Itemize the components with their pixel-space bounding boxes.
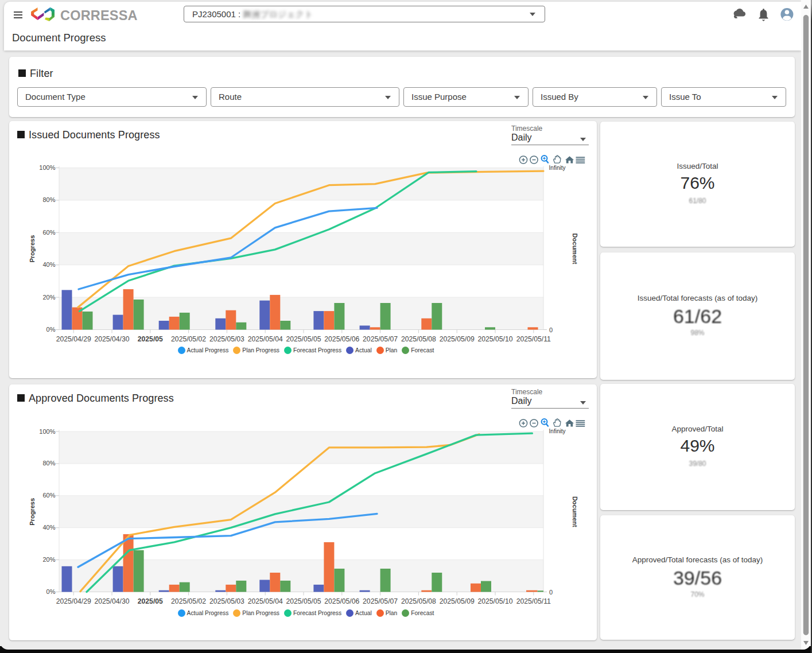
svg-text:2025/04/30: 2025/04/30 [95, 335, 130, 343]
svg-text:2025/05/10: 2025/05/10 [478, 597, 513, 605]
svg-text:2025/05/11: 2025/05/11 [516, 335, 551, 343]
svg-text:80%: 80% [42, 196, 55, 203]
svg-text:20%: 20% [42, 556, 55, 563]
svg-text:2025/05/02: 2025/05/02 [171, 335, 206, 343]
svg-text:40%: 40% [42, 524, 55, 531]
svg-text:60%: 60% [42, 492, 55, 499]
svg-text:2025/05: 2025/05 [138, 597, 163, 605]
svg-text:2025/05/07: 2025/05/07 [363, 335, 398, 343]
svg-text:2025/05/08: 2025/05/08 [401, 597, 436, 605]
svg-text:Progress: Progress [29, 235, 36, 263]
svg-text:0%: 0% [46, 326, 56, 333]
svg-text:2025/05/04: 2025/05/04 [248, 597, 283, 605]
svg-text:Document: Document [572, 496, 578, 527]
svg-text:2025/05/04: 2025/05/04 [248, 335, 283, 343]
svg-text:Document: Document [572, 234, 578, 265]
svg-text:2025/05/10: 2025/05/10 [478, 335, 513, 343]
svg-text:2025/05/03: 2025/05/03 [209, 335, 244, 343]
svg-text:Progress: Progress [29, 498, 36, 526]
svg-text:0: 0 [549, 326, 553, 333]
svg-text:2025/05/09: 2025/05/09 [440, 597, 475, 605]
svg-text:100%: 100% [39, 428, 55, 435]
svg-text:0%: 0% [46, 588, 56, 595]
svg-text:80%: 80% [42, 460, 55, 467]
svg-text:20%: 20% [42, 294, 55, 301]
svg-text:2025/04/30: 2025/04/30 [95, 597, 130, 605]
svg-text:2025/05: 2025/05 [138, 335, 163, 343]
svg-text:2025/05/05: 2025/05/05 [286, 597, 321, 605]
svg-text:0: 0 [549, 589, 553, 596]
svg-text:100%: 100% [39, 164, 55, 171]
svg-text:60%: 60% [42, 229, 55, 236]
svg-text:2025/05/05: 2025/05/05 [286, 335, 321, 343]
svg-text:2025/05/03: 2025/05/03 [209, 597, 244, 605]
svg-text:2025/05/07: 2025/05/07 [363, 597, 398, 605]
svg-text:40%: 40% [42, 261, 55, 268]
svg-text:2025/04/29: 2025/04/29 [56, 335, 91, 343]
svg-text:2025/05/09: 2025/05/09 [440, 335, 475, 343]
svg-text:2025/05/11: 2025/05/11 [516, 597, 551, 605]
svg-text:2025/05/08: 2025/05/08 [401, 335, 436, 343]
svg-text:2025/05/06: 2025/05/06 [324, 597, 359, 605]
svg-text:2025/05/02: 2025/05/02 [171, 597, 206, 605]
svg-text:2025/04/29: 2025/04/29 [56, 597, 91, 605]
svg-text:2025/05/06: 2025/05/06 [324, 335, 359, 343]
